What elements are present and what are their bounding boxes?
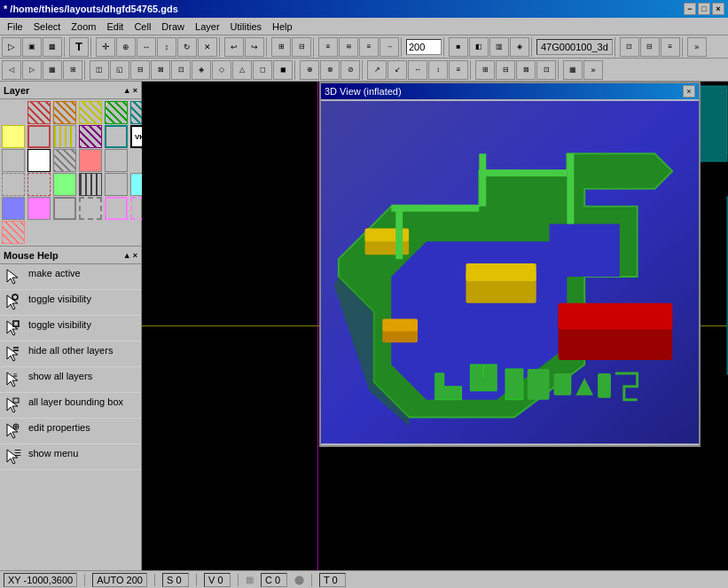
layer-cell-26[interactable] [79, 197, 102, 220]
layer-cell-29[interactable] [2, 221, 25, 244]
menu-help[interactable]: Help [267, 20, 298, 34]
layer-cell-9[interactable] [79, 125, 102, 148]
layer-cell-25[interactable] [53, 197, 76, 220]
menu-utilities[interactable]: Utilities [225, 20, 267, 34]
layer-cell-14[interactable] [79, 149, 102, 172]
tb2-btn11[interactable]: ◇ [212, 60, 231, 80]
tb2-btn19[interactable]: ↙ [387, 60, 407, 80]
tb2-btn4[interactable]: ⊞ [63, 60, 82, 80]
layer-cell-19[interactable] [53, 173, 76, 196]
layer-cell-27[interactable] [105, 197, 128, 220]
layer-cell-1[interactable] [27, 101, 51, 124]
menu-select[interactable]: Select [28, 20, 67, 34]
mouse-help-collapse-btn[interactable]: ▲ [123, 251, 131, 260]
layer-cell-6[interactable] [2, 125, 25, 148]
menu-zoom[interactable]: Zoom [66, 20, 101, 34]
tb2-btn27[interactable]: ▦ [563, 60, 583, 80]
layer-cell-23[interactable] [2, 197, 25, 220]
tb2-btn13[interactable]: ◻ [253, 60, 272, 80]
layer-cell-4[interactable] [105, 101, 128, 124]
tb2-btn9[interactable]: ⊡ [171, 60, 191, 80]
tool-f[interactable]: ◧ [469, 37, 489, 57]
copy-tool[interactable]: ⊕ [116, 37, 136, 57]
tool-d[interactable]: → [380, 37, 399, 57]
menu-draw[interactable]: Draw [156, 20, 190, 34]
tb2-btn12[interactable]: △ [232, 60, 252, 80]
zoom-cell[interactable]: ⊟ [292, 37, 311, 57]
text-tool[interactable]: T [69, 37, 89, 57]
tool-j[interactable]: ⊟ [640, 37, 660, 57]
layer-cell-24[interactable] [27, 197, 51, 220]
rotate-tool[interactable]: ↻ [177, 37, 197, 57]
tb2-btn25[interactable]: ⊠ [516, 60, 536, 80]
pointer-tool[interactable]: ▷ [2, 37, 21, 57]
layer-cell-12[interactable] [27, 149, 51, 172]
undo-tool[interactable]: ↩ [224, 37, 244, 57]
layer-cell-17[interactable] [2, 173, 25, 196]
tb2-btn5[interactable]: ◫ [90, 60, 109, 80]
select-tool[interactable]: ▣ [22, 37, 42, 57]
tool-c[interactable]: ≡ [359, 37, 379, 57]
tb2-btn24[interactable]: ⊟ [496, 60, 515, 80]
menu-edit[interactable]: Edit [101, 20, 129, 34]
tb2-btn20[interactable]: ↔ [408, 60, 427, 80]
view-3d-close-btn[interactable]: × [683, 85, 695, 98]
tb2-btn17[interactable]: ⊘ [341, 60, 360, 80]
tb2-btn14[interactable]: ◼ [273, 60, 293, 80]
menu-cell[interactable]: Cell [129, 20, 156, 34]
tool-h[interactable]: ◈ [510, 37, 529, 57]
tb2-btn7[interactable]: ⊟ [130, 60, 150, 80]
move-tool[interactable]: ✛ [96, 37, 115, 57]
stretch-tool[interactable]: ↔ [137, 37, 156, 57]
minimize-button[interactable]: − [684, 3, 696, 15]
tool-g[interactable]: ▥ [489, 37, 509, 57]
tool-a[interactable]: ≡ [318, 37, 338, 57]
layer-close-btn[interactable]: × [133, 86, 137, 95]
layer-cell-10[interactable] [105, 125, 128, 148]
tb2-btn18[interactable]: ↗ [367, 60, 387, 80]
layer-cell-20[interactable] [79, 173, 102, 196]
maximize-button[interactable]: □ [698, 3, 710, 15]
tb2-btn16[interactable]: ⊗ [320, 60, 340, 80]
layer-cell-15[interactable] [105, 149, 128, 172]
view-3d-content[interactable] [321, 99, 699, 445]
tb2-btn8[interactable]: ⊠ [151, 60, 170, 80]
select-all-tool[interactable]: ▩ [43, 37, 62, 57]
tb2-btn3[interactable]: ▦ [43, 60, 62, 80]
flip-tool[interactable]: ↕ [157, 37, 176, 57]
tool-i[interactable]: ⊡ [620, 37, 639, 57]
layer-cell-13[interactable] [53, 149, 76, 172]
menu-file[interactable]: File [2, 20, 28, 34]
layer-cell-3[interactable] [79, 101, 102, 124]
mouse-help-close-btn[interactable]: × [133, 251, 137, 260]
delete-tool[interactable]: ✕ [198, 37, 217, 57]
tb2-btn15[interactable]: ⊕ [300, 60, 319, 80]
tb2-btn1[interactable]: ◁ [2, 60, 21, 80]
zoom-fit[interactable]: ⊞ [271, 37, 291, 57]
tb2-btn10[interactable]: ◈ [192, 60, 211, 80]
layer-cell-8[interactable] [53, 125, 76, 148]
close-button[interactable]: × [712, 3, 724, 15]
tb2-btn2[interactable]: ▷ [22, 60, 42, 80]
zoom-input[interactable]: 200 [406, 39, 442, 55]
menu-layer[interactable]: Layer [190, 20, 225, 34]
tb2-btn22[interactable]: ≡ [449, 60, 468, 80]
layer-cell-7[interactable] [27, 125, 51, 148]
tool-k[interactable]: ≡ [661, 37, 680, 57]
layer-collapse-btn[interactable]: ▲ [123, 86, 131, 95]
tb2-btn26[interactable]: ⊡ [536, 60, 556, 80]
layer-cell-18[interactable] [27, 173, 51, 196]
tb2-btn6[interactable]: ◱ [110, 60, 129, 80]
layer-cell-11[interactable] [2, 149, 25, 172]
tb2-btn23[interactable]: ⊞ [475, 60, 495, 80]
canvas-area[interactable]: 3D View (inflated) × [142, 82, 728, 570]
tb2-btn28[interactable]: » [583, 60, 603, 80]
tool-b[interactable]: ≋ [339, 37, 358, 57]
tool-e[interactable]: ■ [449, 37, 468, 57]
main-canvas[interactable]: 3D View (inflated) × [142, 82, 728, 570]
redo-tool[interactable]: ↪ [245, 37, 264, 57]
layer-cell-21[interactable] [105, 173, 128, 196]
tb2-btn21[interactable]: ↕ [428, 60, 448, 80]
layer-cell-2[interactable] [53, 101, 76, 124]
more-btn[interactable]: » [687, 37, 707, 57]
